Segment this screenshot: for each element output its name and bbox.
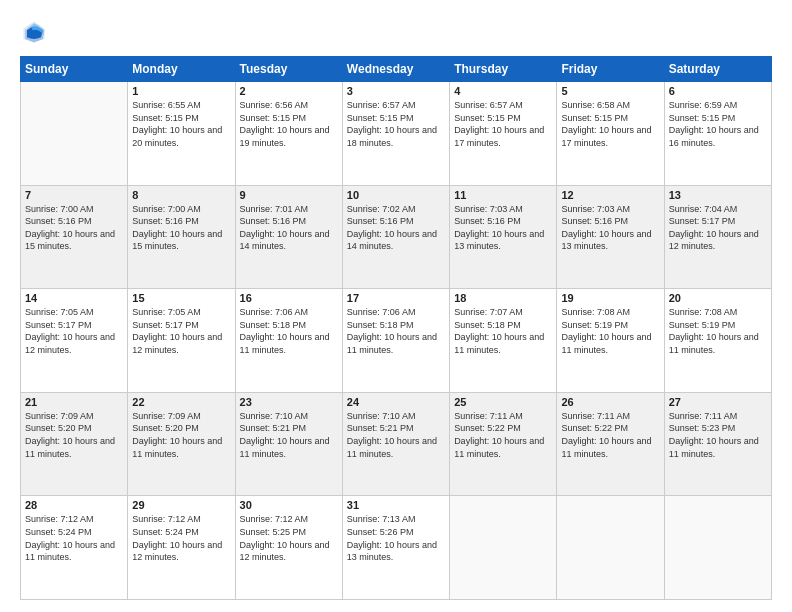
day-number: 18: [454, 292, 552, 304]
calendar-cell: 22 Sunrise: 7:09 AMSunset: 5:20 PMDaylig…: [128, 392, 235, 496]
day-info: Sunrise: 7:11 AMSunset: 5:23 PMDaylight:…: [669, 411, 759, 459]
day-info: Sunrise: 7:05 AMSunset: 5:17 PMDaylight:…: [132, 307, 222, 355]
calendar-cell: [664, 496, 771, 600]
day-info: Sunrise: 6:57 AMSunset: 5:15 PMDaylight:…: [347, 100, 437, 148]
calendar-cell: 28 Sunrise: 7:12 AMSunset: 5:24 PMDaylig…: [21, 496, 128, 600]
day-number: 5: [561, 85, 659, 97]
calendar-cell: 18 Sunrise: 7:07 AMSunset: 5:18 PMDaylig…: [450, 289, 557, 393]
weekday-header-friday: Friday: [557, 57, 664, 82]
day-number: 2: [240, 85, 338, 97]
day-info: Sunrise: 7:11 AMSunset: 5:22 PMDaylight:…: [561, 411, 651, 459]
day-number: 31: [347, 499, 445, 511]
day-number: 1: [132, 85, 230, 97]
calendar-cell: 1 Sunrise: 6:55 AMSunset: 5:15 PMDayligh…: [128, 82, 235, 186]
logo: [20, 18, 52, 46]
calendar-cell: 7 Sunrise: 7:00 AMSunset: 5:16 PMDayligh…: [21, 185, 128, 289]
calendar-cell: [557, 496, 664, 600]
day-info: Sunrise: 7:03 AMSunset: 5:16 PMDaylight:…: [454, 204, 544, 252]
header: [20, 18, 772, 46]
day-info: Sunrise: 7:12 AMSunset: 5:24 PMDaylight:…: [25, 514, 115, 562]
calendar-cell: 23 Sunrise: 7:10 AMSunset: 5:21 PMDaylig…: [235, 392, 342, 496]
weekday-header-thursday: Thursday: [450, 57, 557, 82]
calendar-table: SundayMondayTuesdayWednesdayThursdayFrid…: [20, 56, 772, 600]
calendar-cell: 14 Sunrise: 7:05 AMSunset: 5:17 PMDaylig…: [21, 289, 128, 393]
calendar-week-1: 1 Sunrise: 6:55 AMSunset: 5:15 PMDayligh…: [21, 82, 772, 186]
calendar-cell: 16 Sunrise: 7:06 AMSunset: 5:18 PMDaylig…: [235, 289, 342, 393]
calendar-cell: 11 Sunrise: 7:03 AMSunset: 5:16 PMDaylig…: [450, 185, 557, 289]
day-info: Sunrise: 7:11 AMSunset: 5:22 PMDaylight:…: [454, 411, 544, 459]
calendar-cell: [21, 82, 128, 186]
day-info: Sunrise: 7:08 AMSunset: 5:19 PMDaylight:…: [669, 307, 759, 355]
day-number: 3: [347, 85, 445, 97]
day-number: 22: [132, 396, 230, 408]
calendar-cell: 19 Sunrise: 7:08 AMSunset: 5:19 PMDaylig…: [557, 289, 664, 393]
calendar-cell: 9 Sunrise: 7:01 AMSunset: 5:16 PMDayligh…: [235, 185, 342, 289]
weekday-header-row: SundayMondayTuesdayWednesdayThursdayFrid…: [21, 57, 772, 82]
weekday-header-sunday: Sunday: [21, 57, 128, 82]
day-info: Sunrise: 7:12 AMSunset: 5:24 PMDaylight:…: [132, 514, 222, 562]
day-info: Sunrise: 7:10 AMSunset: 5:21 PMDaylight:…: [347, 411, 437, 459]
day-number: 6: [669, 85, 767, 97]
calendar-cell: 27 Sunrise: 7:11 AMSunset: 5:23 PMDaylig…: [664, 392, 771, 496]
day-number: 4: [454, 85, 552, 97]
calendar-cell: 2 Sunrise: 6:56 AMSunset: 5:15 PMDayligh…: [235, 82, 342, 186]
weekday-header-saturday: Saturday: [664, 57, 771, 82]
day-info: Sunrise: 7:02 AMSunset: 5:16 PMDaylight:…: [347, 204, 437, 252]
day-info: Sunrise: 7:01 AMSunset: 5:16 PMDaylight:…: [240, 204, 330, 252]
day-number: 30: [240, 499, 338, 511]
day-info: Sunrise: 7:09 AMSunset: 5:20 PMDaylight:…: [132, 411, 222, 459]
calendar-cell: 29 Sunrise: 7:12 AMSunset: 5:24 PMDaylig…: [128, 496, 235, 600]
logo-icon: [20, 18, 48, 46]
day-number: 15: [132, 292, 230, 304]
day-number: 7: [25, 189, 123, 201]
day-number: 12: [561, 189, 659, 201]
weekday-header-wednesday: Wednesday: [342, 57, 449, 82]
calendar-cell: 13 Sunrise: 7:04 AMSunset: 5:17 PMDaylig…: [664, 185, 771, 289]
day-info: Sunrise: 7:07 AMSunset: 5:18 PMDaylight:…: [454, 307, 544, 355]
day-number: 20: [669, 292, 767, 304]
calendar-cell: 3 Sunrise: 6:57 AMSunset: 5:15 PMDayligh…: [342, 82, 449, 186]
calendar-cell: 8 Sunrise: 7:00 AMSunset: 5:16 PMDayligh…: [128, 185, 235, 289]
day-number: 8: [132, 189, 230, 201]
day-info: Sunrise: 7:00 AMSunset: 5:16 PMDaylight:…: [132, 204, 222, 252]
calendar-cell: 30 Sunrise: 7:12 AMSunset: 5:25 PMDaylig…: [235, 496, 342, 600]
day-info: Sunrise: 7:10 AMSunset: 5:21 PMDaylight:…: [240, 411, 330, 459]
day-number: 26: [561, 396, 659, 408]
day-number: 23: [240, 396, 338, 408]
calendar-cell: 31 Sunrise: 7:13 AMSunset: 5:26 PMDaylig…: [342, 496, 449, 600]
calendar-cell: 12 Sunrise: 7:03 AMSunset: 5:16 PMDaylig…: [557, 185, 664, 289]
day-number: 17: [347, 292, 445, 304]
day-number: 27: [669, 396, 767, 408]
day-info: Sunrise: 6:56 AMSunset: 5:15 PMDaylight:…: [240, 100, 330, 148]
calendar-cell: 6 Sunrise: 6:59 AMSunset: 5:15 PMDayligh…: [664, 82, 771, 186]
day-info: Sunrise: 7:12 AMSunset: 5:25 PMDaylight:…: [240, 514, 330, 562]
day-info: Sunrise: 7:05 AMSunset: 5:17 PMDaylight:…: [25, 307, 115, 355]
calendar-cell: [450, 496, 557, 600]
weekday-header-tuesday: Tuesday: [235, 57, 342, 82]
calendar-cell: 15 Sunrise: 7:05 AMSunset: 5:17 PMDaylig…: [128, 289, 235, 393]
day-info: Sunrise: 6:59 AMSunset: 5:15 PMDaylight:…: [669, 100, 759, 148]
calendar-week-4: 21 Sunrise: 7:09 AMSunset: 5:20 PMDaylig…: [21, 392, 772, 496]
day-number: 10: [347, 189, 445, 201]
day-info: Sunrise: 7:09 AMSunset: 5:20 PMDaylight:…: [25, 411, 115, 459]
calendar-week-2: 7 Sunrise: 7:00 AMSunset: 5:16 PMDayligh…: [21, 185, 772, 289]
calendar-cell: 25 Sunrise: 7:11 AMSunset: 5:22 PMDaylig…: [450, 392, 557, 496]
calendar-cell: 10 Sunrise: 7:02 AMSunset: 5:16 PMDaylig…: [342, 185, 449, 289]
day-info: Sunrise: 7:04 AMSunset: 5:17 PMDaylight:…: [669, 204, 759, 252]
day-info: Sunrise: 7:06 AMSunset: 5:18 PMDaylight:…: [240, 307, 330, 355]
day-info: Sunrise: 7:13 AMSunset: 5:26 PMDaylight:…: [347, 514, 437, 562]
calendar-cell: 24 Sunrise: 7:10 AMSunset: 5:21 PMDaylig…: [342, 392, 449, 496]
day-number: 29: [132, 499, 230, 511]
day-info: Sunrise: 7:03 AMSunset: 5:16 PMDaylight:…: [561, 204, 651, 252]
calendar-week-3: 14 Sunrise: 7:05 AMSunset: 5:17 PMDaylig…: [21, 289, 772, 393]
day-info: Sunrise: 7:08 AMSunset: 5:19 PMDaylight:…: [561, 307, 651, 355]
day-number: 14: [25, 292, 123, 304]
day-number: 19: [561, 292, 659, 304]
day-number: 9: [240, 189, 338, 201]
day-number: 21: [25, 396, 123, 408]
day-info: Sunrise: 6:58 AMSunset: 5:15 PMDaylight:…: [561, 100, 651, 148]
day-number: 16: [240, 292, 338, 304]
day-number: 24: [347, 396, 445, 408]
day-number: 11: [454, 189, 552, 201]
calendar-cell: 21 Sunrise: 7:09 AMSunset: 5:20 PMDaylig…: [21, 392, 128, 496]
